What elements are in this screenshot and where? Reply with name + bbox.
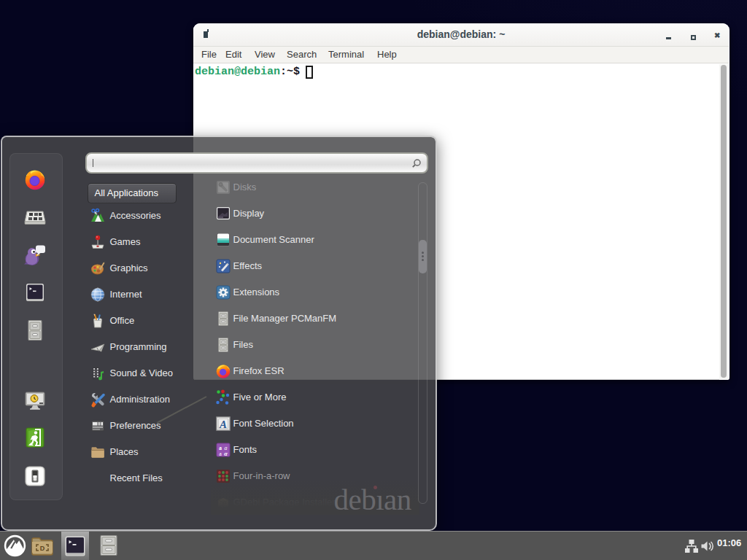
svg-text:α: α (224, 450, 228, 456)
svg-text:A: A (218, 418, 226, 429)
svg-text:D: D (40, 545, 45, 552)
svg-text:a: a (219, 450, 222, 456)
